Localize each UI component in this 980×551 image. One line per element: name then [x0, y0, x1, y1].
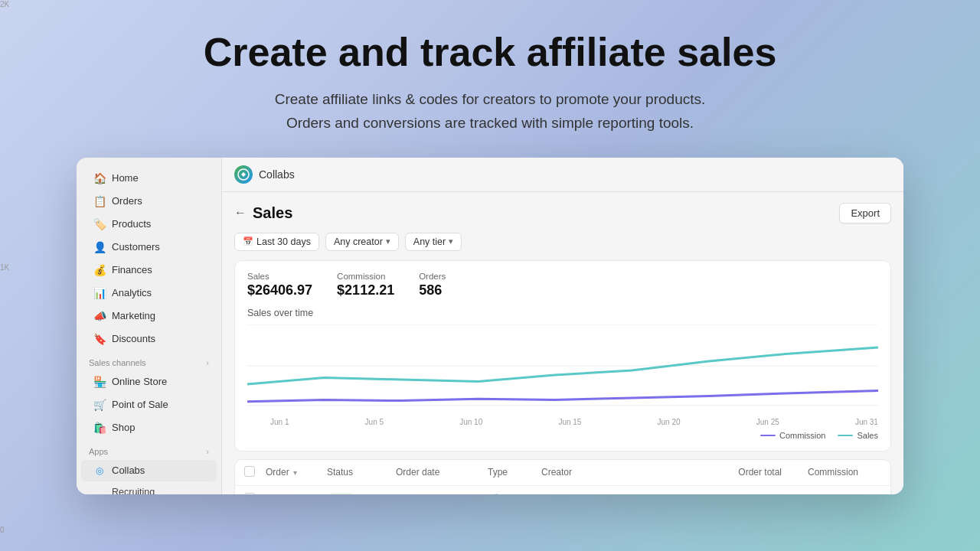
shop-icon: 🛍️	[93, 422, 106, 434]
calendar-icon: 📅	[243, 236, 253, 246]
page-title: Sales	[253, 204, 292, 222]
metrics-row: Sales $26406.97 Commission $2112.21 Orde…	[247, 272, 878, 298]
pos-icon: 🛒	[93, 399, 106, 411]
hero-title: Create and track affiliate sales	[204, 31, 777, 74]
collabs-icon: ◎	[93, 465, 106, 477]
products-icon: 🏷️	[93, 218, 106, 230]
commission-value: $2112.21	[337, 282, 394, 298]
creator-chevron-icon: ▾	[386, 236, 390, 246]
orders-label: Orders	[419, 272, 446, 281]
online-store-icon: 🏪	[93, 376, 106, 388]
sidebar-item-analytics[interactable]: 📊 Analytics	[81, 282, 217, 304]
sales-legend-line	[838, 435, 853, 436]
row-date: Nov 02, 2023	[396, 494, 488, 494]
sidebar-item-point-of-sale[interactable]: 🛒 Point of Sale	[81, 394, 217, 416]
hero-subtitle: Create affiliate links & codes for creat…	[204, 88, 777, 135]
page-header: ← Sales Export	[234, 203, 891, 223]
row-commission: $4.50	[782, 494, 858, 494]
link-type-icon: 🔗	[488, 494, 500, 494]
commission-legend: Commission	[760, 431, 826, 440]
page-container: ← Sales Export 📅 Last 30 days Any creato…	[222, 192, 903, 494]
hero-section: Create and track affiliate sales Create …	[188, 0, 792, 158]
filter-row: 📅 Last 30 days Any creator ▾ Any tier ▾	[234, 233, 891, 251]
sales-label: Sales	[247, 272, 312, 281]
row-total: $45.00	[705, 494, 782, 494]
sidebar-sub-recruiting[interactable]: Recruiting	[81, 483, 217, 494]
chart-title: Sales over time	[247, 308, 878, 318]
header-date: Order date	[396, 467, 488, 478]
sidebar-item-online-store[interactable]: 🏪 Online Store	[81, 371, 217, 393]
status-badge: Paid	[327, 493, 356, 494]
sidebar-item-shop[interactable]: 🛍️ Shop	[81, 417, 217, 439]
chart-legend: Commission Sales	[247, 431, 878, 440]
chart-svg	[247, 324, 878, 416]
orders-value: 586	[419, 282, 446, 298]
header-total: Order total	[705, 467, 782, 478]
sales-value: $26406.97	[247, 282, 312, 298]
tier-chevron-icon: ▾	[449, 236, 453, 246]
tier-filter[interactable]: Any tier ▾	[405, 233, 462, 251]
main-content: Collabs ← Sales Export 📅 Last 30 days An…	[222, 158, 903, 494]
orders-table: Order ▾ Status Order date Type Creator	[234, 459, 891, 494]
chart-area	[247, 324, 878, 416]
orders-icon: 📋	[93, 195, 106, 207]
sidebar-item-customers[interactable]: 👤 Customers	[81, 236, 217, 258]
commission-metric: Commission $2112.21	[337, 272, 394, 298]
row-creator: Lella-Mae Halliday	[541, 494, 705, 494]
sidebar-item-finances[interactable]: 💰 Finances	[81, 259, 217, 281]
back-button[interactable]: ←	[234, 206, 247, 220]
sidebar: 🏠 Home 📋 Orders 🏷️ Products 👤 Customers …	[77, 158, 222, 494]
apps-section: Apps ›	[77, 439, 221, 459]
header-order[interactable]: Order ▾	[266, 467, 327, 478]
row-checkbox[interactable]	[244, 493, 255, 494]
sales-channels-arrow[interactable]: ›	[206, 358, 209, 367]
header-type: Type	[488, 467, 541, 478]
sales-metric: Sales $26406.97	[247, 272, 312, 298]
row-status: Paid	[327, 493, 396, 494]
select-all-checkbox[interactable]	[244, 466, 255, 477]
table-row: #1024 Paid Nov 02, 2023 🔗 Lella-Mae Hall…	[235, 486, 890, 494]
more-options-icon[interactable]: ⋮	[858, 493, 871, 494]
date-range-filter[interactable]: 📅 Last 30 days	[234, 233, 319, 251]
chart-card: Sales $26406.97 Commission $2112.21 Orde…	[234, 260, 891, 452]
commission-label: Commission	[337, 272, 394, 281]
finances-icon: 💰	[93, 264, 106, 276]
sidebar-item-discounts[interactable]: 🔖 Discounts	[81, 328, 217, 350]
header-status: Status	[327, 467, 396, 478]
sidebar-item-orders[interactable]: 📋 Orders	[81, 191, 217, 212]
home-icon: 🏠	[93, 172, 106, 184]
row-type: 🔗	[488, 494, 541, 494]
header-commission: Commission	[782, 467, 858, 478]
page-header-left: ← Sales	[234, 204, 292, 222]
sidebar-item-collabs[interactable]: ◎ Collabs	[81, 460, 217, 481]
orders-metric: Orders 586	[419, 272, 446, 298]
order-sort-icon: ▾	[293, 468, 297, 477]
sidebar-item-home[interactable]: 🏠 Home	[81, 168, 217, 189]
customers-icon: 👤	[93, 241, 106, 253]
commission-legend-line	[760, 435, 776, 436]
export-button[interactable]: Export	[839, 203, 891, 223]
apps-arrow[interactable]: ›	[206, 447, 209, 456]
topbar: Collabs	[222, 158, 903, 192]
marketing-icon: 📣	[93, 310, 106, 322]
row-order[interactable]: #1024	[266, 494, 327, 494]
app-window: 🏠 Home 📋 Orders 🏷️ Products 👤 Customers …	[77, 158, 903, 494]
row-check	[244, 493, 266, 494]
sidebar-item-products[interactable]: 🏷️ Products	[81, 214, 217, 235]
header-creator: Creator	[541, 467, 705, 478]
x-axis-labels: Jun 1 Jun 5 Jun 10 Jun 15 Jun 20 Jun 25 …	[247, 416, 878, 426]
creator-filter[interactable]: Any creator ▾	[325, 233, 399, 251]
app-logo	[234, 165, 253, 184]
table-header: Order ▾ Status Order date Type Creator	[235, 460, 890, 486]
topbar-app-name: Collabs	[259, 168, 295, 181]
analytics-icon: 📊	[93, 287, 106, 299]
row-actions[interactable]: ⋮	[858, 492, 881, 494]
discounts-icon: 🔖	[93, 333, 106, 345]
sales-channels-section: Sales channels ›	[77, 350, 221, 370]
header-check	[244, 466, 266, 479]
sales-legend: Sales	[838, 431, 878, 440]
sidebar-item-marketing[interactable]: 📣 Marketing	[81, 305, 217, 327]
